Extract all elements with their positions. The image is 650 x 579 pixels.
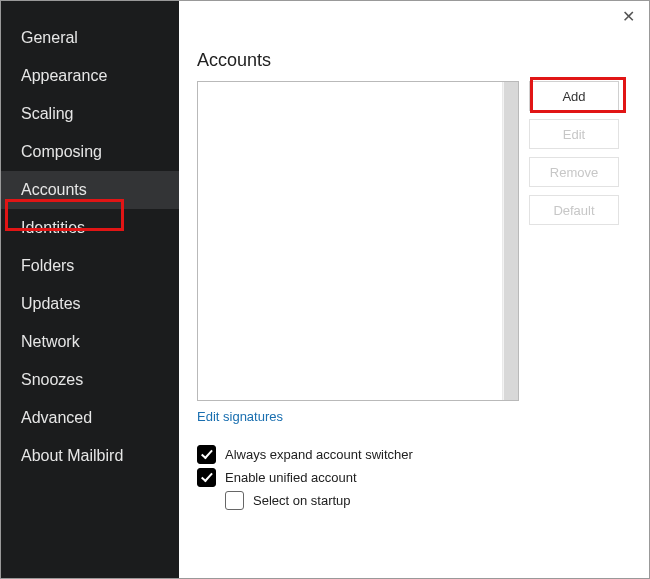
add-button[interactable]: Add xyxy=(529,81,619,111)
checkbox-enable-unified[interactable]: Enable unified account xyxy=(197,468,519,487)
scrollbar-thumb[interactable] xyxy=(504,82,518,400)
checkbox-icon xyxy=(197,445,216,464)
checkbox-icon xyxy=(197,468,216,487)
sidebar-item-label: Network xyxy=(21,333,80,350)
sidebar-item-label: Accounts xyxy=(21,181,87,198)
sidebar-item-label: Updates xyxy=(21,295,81,312)
sidebar-item-label: Appearance xyxy=(21,67,107,84)
sidebar-item-label: Scaling xyxy=(21,105,73,122)
remove-button[interactable]: Remove xyxy=(529,157,619,187)
sidebar-item-advanced[interactable]: Advanced xyxy=(1,399,179,437)
checkbox-icon xyxy=(225,491,244,510)
sidebar-item-composing[interactable]: Composing xyxy=(1,133,179,171)
sidebar-item-label: Folders xyxy=(21,257,74,274)
sidebar-item-general[interactable]: General xyxy=(1,19,179,57)
sidebar-item-label: Snoozes xyxy=(21,371,83,388)
page-title: Accounts xyxy=(197,50,635,71)
button-column: Add Edit Remove Default xyxy=(529,81,619,225)
sidebar-item-snoozes[interactable]: Snoozes xyxy=(1,361,179,399)
default-button[interactable]: Default xyxy=(529,195,619,225)
sidebar: General Appearance Scaling Composing Acc… xyxy=(1,1,179,578)
checkbox-label: Enable unified account xyxy=(225,470,357,485)
sidebar-item-network[interactable]: Network xyxy=(1,323,179,361)
sidebar-item-label: Advanced xyxy=(21,409,92,426)
sidebar-item-about[interactable]: About Mailbird xyxy=(1,437,179,475)
main-panel: Accounts Edit signatures Always expand a… xyxy=(179,1,649,578)
sidebar-item-scaling[interactable]: Scaling xyxy=(1,95,179,133)
checkbox-select-on-startup[interactable]: Select on startup xyxy=(225,491,519,510)
checkbox-group: Always expand account switcher Enable un… xyxy=(197,445,519,510)
sidebar-item-label: About Mailbird xyxy=(21,447,123,464)
scrollbar-track xyxy=(502,82,518,400)
sidebar-item-identities[interactable]: Identities xyxy=(1,209,179,247)
sidebar-item-label: General xyxy=(21,29,78,46)
edit-signatures-link[interactable]: Edit signatures xyxy=(197,409,283,424)
sidebar-item-appearance[interactable]: Appearance xyxy=(1,57,179,95)
sidebar-item-updates[interactable]: Updates xyxy=(1,285,179,323)
edit-button[interactable]: Edit xyxy=(529,119,619,149)
sidebar-item-label: Identities xyxy=(21,219,85,236)
sidebar-item-accounts[interactable]: Accounts xyxy=(1,171,179,209)
checkbox-always-expand[interactable]: Always expand account switcher xyxy=(197,445,519,464)
checkbox-label: Select on startup xyxy=(253,493,351,508)
checkbox-label: Always expand account switcher xyxy=(225,447,413,462)
sidebar-item-label: Composing xyxy=(21,143,102,160)
sidebar-item-folders[interactable]: Folders xyxy=(1,247,179,285)
accounts-listbox[interactable] xyxy=(197,81,519,401)
